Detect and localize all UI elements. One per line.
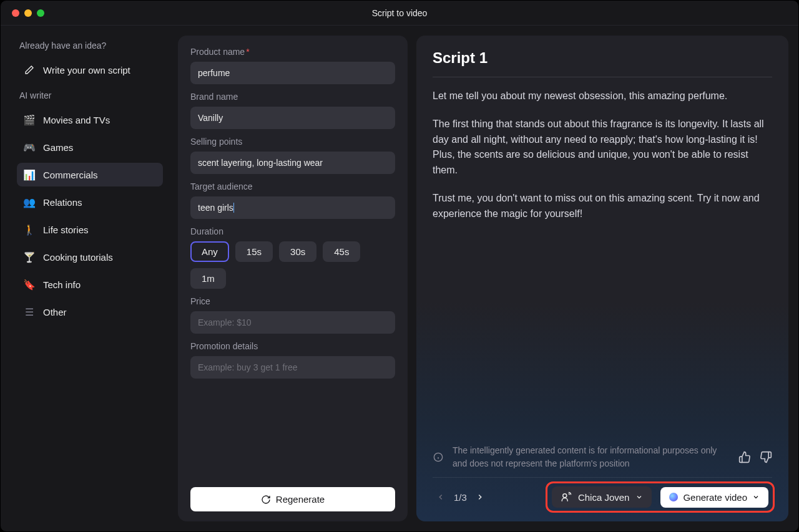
sidebar-item-label: Life stories	[43, 225, 89, 235]
sidebar-item-label: Games	[43, 142, 73, 153]
life-icon: 🚶	[23, 223, 36, 236]
persona-label: Chica Joven	[578, 492, 630, 503]
script-text: Let me tell you about my newest obsessio…	[433, 89, 772, 440]
page-indicator: 1/3	[454, 492, 467, 503]
footer-actions: Chica Joven Generate video	[552, 486, 768, 508]
sidebar-item-movies[interactable]: 🎬 Movies and TVs	[17, 108, 163, 132]
chevron-right-icon	[476, 493, 484, 501]
app-window: Script to video Already have an idea? Wr…	[0, 0, 799, 532]
form-panel: Product name Brand name Selling points T…	[178, 36, 408, 521]
info-icon	[433, 452, 444, 462]
feedback-buttons	[738, 451, 772, 463]
refresh-icon	[261, 495, 271, 505]
commercial-icon: 📊	[23, 168, 36, 181]
titlebar: Script to video	[1, 1, 798, 26]
relation-icon: 👥	[23, 196, 36, 208]
duration-chips: Any 15s 30s 45s 1m	[190, 241, 395, 289]
sidebar-item-write-own[interactable]: Write your own script	[17, 58, 163, 82]
voice-icon	[561, 491, 572, 503]
movie-icon: 🎬	[23, 114, 36, 126]
next-page-button[interactable]	[476, 493, 484, 501]
disclaimer-row: The intelligently generated content is f…	[433, 440, 772, 477]
other-icon: ☰	[23, 306, 36, 318]
duration-label: Duration	[190, 226, 395, 236]
regenerate-button[interactable]: Regenerate	[190, 487, 395, 511]
field-promo: Promotion details	[190, 341, 395, 379]
script-paragraph: Let me tell you about my newest obsessio…	[433, 89, 772, 104]
sidebar-item-label: Movies and TVs	[43, 115, 110, 125]
thumbs-up-icon[interactable]	[738, 451, 751, 463]
field-product: Product name	[190, 47, 395, 84]
selling-input[interactable]	[190, 152, 395, 174]
sidebar-item-label: Write your own script	[43, 65, 130, 75]
generate-label: Generate video	[683, 492, 747, 503]
duration-45s[interactable]: 45s	[323, 241, 360, 262]
field-duration: Duration Any 15s 30s 45s 1m	[190, 226, 395, 289]
chevron-down-icon	[752, 493, 760, 501]
price-label: Price	[190, 296, 395, 306]
sidebar-item-label: Other	[43, 307, 67, 317]
script-paragraph: Trust me, you don't want to miss out on …	[433, 191, 772, 222]
persona-selector[interactable]: Chica Joven	[552, 486, 652, 508]
price-input[interactable]	[190, 311, 395, 334]
field-price: Price	[190, 296, 395, 334]
regenerate-label: Regenerate	[276, 494, 325, 505]
script-footer: 1/3 Chica Joven Generate video	[433, 477, 772, 511]
audience-label: Target audience	[190, 181, 395, 191]
chevron-down-icon	[635, 493, 643, 501]
sidebar-item-label: Tech info	[43, 279, 81, 290]
orb-icon	[669, 493, 678, 501]
duration-any[interactable]: Any	[190, 241, 229, 262]
sidebar-item-cooking[interactable]: 🍸 Cooking tutorials	[17, 245, 163, 269]
product-label: Product name	[190, 47, 395, 57]
promo-input[interactable]	[190, 356, 395, 379]
brand-label: Brand name	[190, 92, 395, 102]
duration-1m[interactable]: 1m	[190, 268, 226, 289]
generate-video-button[interactable]: Generate video	[660, 487, 768, 508]
script-title: Script 1	[433, 49, 772, 77]
sidebar: Already have an idea? Write your own scr…	[7, 36, 169, 521]
chevron-left-icon	[436, 493, 445, 501]
selling-label: Selling points	[190, 137, 395, 147]
thumbs-down-icon[interactable]	[760, 451, 772, 463]
prev-page-button[interactable]	[436, 493, 445, 501]
promo-label: Promotion details	[190, 341, 395, 351]
product-input[interactable]	[190, 62, 395, 84]
ai-header: AI writer	[19, 90, 163, 100]
maximize-icon[interactable]	[37, 9, 44, 17]
sidebar-item-label: Commercials	[43, 170, 98, 180]
window-title: Script to video	[372, 8, 428, 18]
disclaimer-text: The intelligently generated content is f…	[453, 444, 730, 470]
cooking-icon: 🍸	[23, 251, 36, 263]
sidebar-item-commercials[interactable]: 📊 Commercials	[17, 163, 163, 186]
game-icon: 🎮	[23, 141, 36, 153]
tech-icon: 🔖	[23, 278, 36, 291]
duration-15s[interactable]: 15s	[235, 241, 273, 262]
pager: 1/3	[436, 492, 484, 503]
script-paragraph: The first thing that stands out about th…	[433, 117, 772, 178]
pencil-icon	[23, 64, 36, 76]
idea-header: Already have an idea?	[19, 41, 163, 51]
field-selling: Selling points	[190, 137, 395, 174]
close-icon[interactable]	[12, 9, 19, 17]
audience-input[interactable]: teen girls	[190, 196, 395, 219]
field-brand: Brand name	[190, 92, 395, 129]
sidebar-item-other[interactable]: ☰ Other	[17, 300, 163, 324]
sidebar-item-life-stories[interactable]: 🚶 Life stories	[17, 218, 163, 241]
sidebar-item-label: Cooking tutorials	[43, 252, 113, 263]
duration-30s[interactable]: 30s	[279, 241, 316, 262]
sidebar-item-relations[interactable]: 👥 Relations	[17, 190, 163, 214]
minimize-icon[interactable]	[24, 9, 32, 17]
script-panel: Script 1 Let me tell you about my newest…	[416, 36, 788, 521]
sidebar-item-label: Relations	[43, 197, 82, 208]
sidebar-item-tech[interactable]: 🔖 Tech info	[17, 273, 163, 296]
window-controls	[12, 9, 44, 17]
svg-point-3	[563, 494, 567, 498]
sidebar-item-games[interactable]: 🎮 Games	[17, 135, 163, 159]
brand-input[interactable]	[190, 107, 395, 129]
app-body: Already have an idea? Write your own scr…	[1, 26, 798, 531]
field-audience: Target audience teen girls	[190, 181, 395, 219]
